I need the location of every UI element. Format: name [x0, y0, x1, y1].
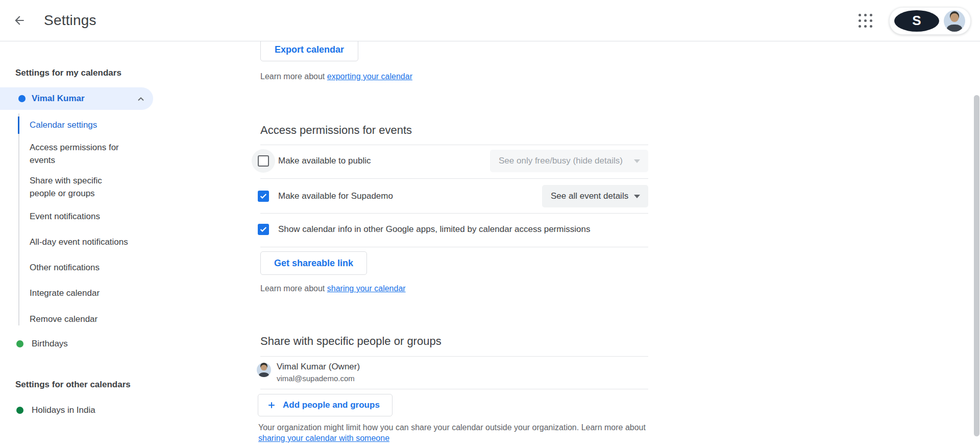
add-people-and-groups-button[interactable]: Add people and groups [258, 394, 393, 416]
divider [260, 213, 648, 214]
org-share-note-link: sharing your calendar with someone [258, 433, 389, 443]
birthdays-color-dot [16, 340, 23, 347]
sidebar-rail [18, 113, 19, 325]
divider [260, 356, 648, 357]
avatar-torso [947, 25, 962, 32]
sharing-with-someone-link[interactable]: sharing your calendar with someone [258, 434, 389, 442]
calendar-name: Vimal Kumar [32, 92, 85, 105]
sidebar-item-all-day-event-notifications[interactable]: All-day event notifications [30, 236, 132, 249]
account-chip[interactable]: S [889, 7, 971, 35]
check-icon [259, 192, 267, 200]
google-calendar-settings-page: Export calendar Learn more about exporti… [0, 0, 980, 444]
sharing-your-calendar-link[interactable]: sharing your calendar [327, 284, 406, 293]
dropdown-arrow-icon [634, 195, 640, 198]
divider [260, 178, 648, 179]
my-calendars-heading: Settings for my calendars [15, 67, 121, 79]
owner-name: Vimal Kumar (Owner) [277, 361, 360, 373]
divider [260, 145, 648, 145]
chevron-up-icon[interactable] [136, 94, 146, 106]
sidebar-calendar-holidays-in-india[interactable]: Holidays in India [32, 404, 95, 417]
holidays-color-dot [16, 407, 23, 414]
sidebar-item-integrate-calendar[interactable]: Integrate calendar [30, 287, 132, 300]
export-learn-more-line: Learn more about exporting your calendar [260, 71, 412, 83]
owner-avatar [257, 363, 271, 377]
owner-email: vimal@supademo.com [277, 373, 355, 384]
make-available-to-public-label: Make available to public [278, 154, 371, 168]
user-avatar[interactable] [944, 10, 965, 32]
page-title: Settings [44, 12, 96, 29]
check-icon [259, 225, 267, 233]
make-available-for-supademo-checkbox[interactable] [258, 191, 269, 202]
access-permissions-heading: Access permissions for events [260, 123, 412, 138]
sidebar-item-share-with-specific[interactable]: Share with specific people or groups [30, 174, 129, 200]
make-available-to-public-checkbox[interactable] [258, 155, 269, 167]
share-with-specific-heading: Share with specific people or groups [260, 334, 442, 349]
sidebar-calendar-vimal-kumar[interactable]: Vimal Kumar [0, 87, 153, 110]
get-shareable-link-button[interactable]: Get shareable link [260, 251, 367, 275]
supademo-logo: S [894, 10, 939, 32]
sharing-learn-prefix: Learn more about [260, 284, 327, 293]
vertical-scrollbar-thumb[interactable] [974, 95, 979, 436]
add-people-label: Add people and groups [283, 400, 380, 410]
divider [260, 247, 648, 247]
app-header: Settings S [0, 0, 980, 41]
plus-icon [266, 400, 277, 410]
sidebar-item-remove-calendar[interactable]: Remove calendar [30, 313, 132, 326]
avatar-torso [259, 372, 269, 377]
dropdown-arrow-icon [634, 159, 640, 163]
back-button[interactable] [7, 8, 32, 33]
show-calendar-info-label: Show calendar info in other Google apps,… [278, 223, 590, 236]
sidebar-item-calendar-settings[interactable]: Calendar settings [30, 119, 132, 132]
sidebar-item-event-notifications[interactable]: Event notifications [30, 210, 132, 223]
apps-grid-icon[interactable] [859, 14, 872, 28]
sharing-learn-more-line: Learn more about sharing your calendar [260, 283, 406, 295]
avatar-face [261, 365, 266, 370]
supademo-visibility-value: See all event details [551, 191, 628, 201]
divider [260, 389, 648, 389]
public-visibility-select[interactable]: See only free/busy (hide details) [490, 150, 648, 172]
supademo-logo-letter: S [912, 13, 921, 29]
calendar-color-dot [18, 95, 26, 102]
other-calendars-heading: Settings for other calendars [15, 379, 131, 390]
show-calendar-info-checkbox[interactable] [258, 224, 269, 235]
org-share-note: Your organization might limit how you ca… [258, 422, 646, 433]
avatar-face [950, 13, 959, 22]
export-learn-prefix: Learn more about [260, 72, 327, 81]
back-arrow-icon [13, 14, 26, 27]
public-visibility-value: See only free/busy (hide details) [499, 156, 623, 166]
sidebar-calendar-birthdays[interactable]: Birthdays [32, 337, 68, 350]
sidebar-item-other-notifications[interactable]: Other notifications [30, 261, 132, 274]
make-available-for-supademo-label: Make available for Supademo [278, 190, 393, 203]
sidebar-item-access-permissions[interactable]: Access permissions for events [30, 141, 129, 167]
exporting-your-calendar-link[interactable]: exporting your calendar [327, 72, 412, 81]
sidebar-active-indicator [18, 116, 19, 134]
supademo-visibility-select[interactable]: See all event details [542, 185, 648, 207]
